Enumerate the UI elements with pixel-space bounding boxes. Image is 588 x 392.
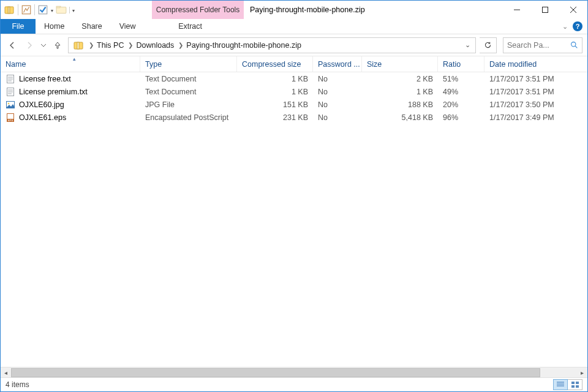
col-label: Password ... [318,60,360,69]
search-placeholder: Search Pa... [507,41,567,50]
file-name: License premium.txt [19,88,88,96]
col-compressed-size[interactable]: Compressed size [237,56,313,72]
details-view-button[interactable] [553,379,568,390]
breadcrumb-current[interactable]: Paying-throught-mobile-phone.zip [184,41,304,50]
file-password: No [313,88,362,96]
svg-point-12 [571,42,576,47]
col-date[interactable]: Date modified [484,56,587,72]
tab-view[interactable]: View [111,19,145,34]
col-name[interactable]: Name ▴ [1,56,140,72]
minimize-button[interactable] [503,1,531,19]
file-password: No [313,113,362,122]
horizontal-scrollbar[interactable]: ◂ ▸ [1,367,587,377]
qat-checkbox-icon[interactable] [37,4,48,15]
svg-rect-30 [571,382,575,384]
help-icon[interactable]: ? [573,21,582,31]
table-row[interactable]: EPSOJXLE61.epsEncapsulated PostScript231… [1,111,587,124]
file-type: JPG File [140,100,237,109]
qat-customize-dropdown-icon[interactable]: ▾ [69,7,76,13]
col-password[interactable]: Password ... [313,56,362,72]
tab-share[interactable]: Share [73,19,110,34]
col-label: Compressed size [242,60,301,69]
file-type: Encapsulated PostScript [140,113,237,122]
qat-newfolder-icon[interactable] [56,4,67,15]
file-size: 188 KB [362,100,438,109]
address-bar[interactable]: ❯ This PC ❯ Downloads ❯ Paying-throught-… [68,37,476,53]
file-icon [6,100,15,110]
search-icon [570,41,578,49]
address-dropdown[interactable]: ⌄ [461,41,474,49]
back-button[interactable] [6,39,19,52]
scroll-right-button[interactable]: ▸ [577,368,587,378]
file-size: 1 KB [362,88,438,96]
file-ratio: 96% [438,113,484,122]
breadcrumb-this-pc[interactable]: This PC [94,41,126,50]
close-button[interactable] [559,1,587,19]
ribbon-context-tab[interactable]: Compressed Folder Tools [152,1,244,19]
col-size[interactable]: Size [362,56,438,72]
col-label: Name [6,60,26,69]
col-label: Date modified [489,60,537,69]
maximize-button[interactable] [531,1,559,19]
refresh-button[interactable] [480,37,497,53]
file-name: License free.txt [19,75,71,83]
file-type: Text Document [140,75,237,83]
file-icon [6,74,15,84]
table-row[interactable]: License free.txtText Document1 KBNo2 KB5… [1,72,587,85]
file-password: No [313,75,362,83]
scroll-thumb[interactable] [11,368,540,377]
file-compressed-size: 231 KB [237,113,313,122]
file-date: 1/17/2017 3:51 PM [484,75,587,83]
nav-row: ❯ This PC ❯ Downloads ❯ Paying-throught-… [1,34,587,56]
file-type: Text Document [140,88,237,96]
forward-button[interactable] [23,39,36,52]
file-ratio: 51% [438,75,484,83]
qat-separator [18,4,18,15]
scroll-track[interactable] [11,368,577,378]
chevron-right-icon[interactable]: ❯ [87,42,94,48]
col-ratio[interactable]: Ratio [438,56,484,72]
ribbon-tabstrip: File Home Share View Extract ⌄ ? [1,19,587,34]
qat-properties-icon[interactable] [21,4,32,15]
window-controls [503,1,587,19]
search-box[interactable]: Search Pa... [503,37,582,53]
breadcrumb-downloads[interactable]: Downloads [134,41,176,50]
tab-extract[interactable]: Extract [145,19,236,34]
svg-text:EPS: EPS [8,119,13,122]
zip-folder-icon [3,4,15,16]
file-icon [6,87,15,97]
file-date: 1/17/2017 3:50 PM [484,100,587,109]
col-label: Type [145,60,162,69]
col-type[interactable]: Type [140,56,237,72]
qat-separator [34,4,35,15]
view-switcher [553,379,582,390]
file-name: OJXLE60.jpg [19,100,64,109]
column-headers: Name ▴ Type Compressed size Password ...… [1,56,587,72]
file-icon: EPS [6,113,15,123]
address-zip-icon [72,39,85,51]
scroll-left-button[interactable]: ◂ [1,368,11,378]
table-row[interactable]: OJXLE60.jpgJPG File151 KBNo188 KB20%1/17… [1,98,587,111]
file-compressed-size: 1 KB [237,88,313,96]
recent-locations-dropdown[interactable] [40,39,47,52]
chevron-right-icon[interactable]: ❯ [176,42,184,48]
file-compressed-size: 1 KB [237,75,313,83]
tab-label: Home [44,22,64,31]
ribbon-expand-icon[interactable]: ⌄ [562,23,568,31]
file-compressed-size: 151 KB [237,100,313,109]
col-label: Size [367,60,382,69]
large-icons-view-button[interactable] [568,379,582,390]
quick-access-toolbar: ▾ ▾ [1,1,78,19]
tab-home[interactable]: Home [36,19,73,34]
svg-rect-7 [543,7,548,13]
file-date: 1/17/2017 3:49 PM [484,113,587,122]
table-row[interactable]: License premium.txtText Document1 KBNo1 … [1,85,587,98]
qat-dropdown-icon[interactable]: ▾ [50,7,55,13]
svg-rect-32 [571,385,575,388]
svg-rect-11 [77,42,79,49]
chevron-right-icon[interactable]: ❯ [126,42,134,48]
up-button[interactable] [51,39,64,52]
file-date: 1/17/2017 3:51 PM [484,88,587,96]
tab-file[interactable]: File [1,19,36,34]
tab-file-label: File [12,22,24,31]
